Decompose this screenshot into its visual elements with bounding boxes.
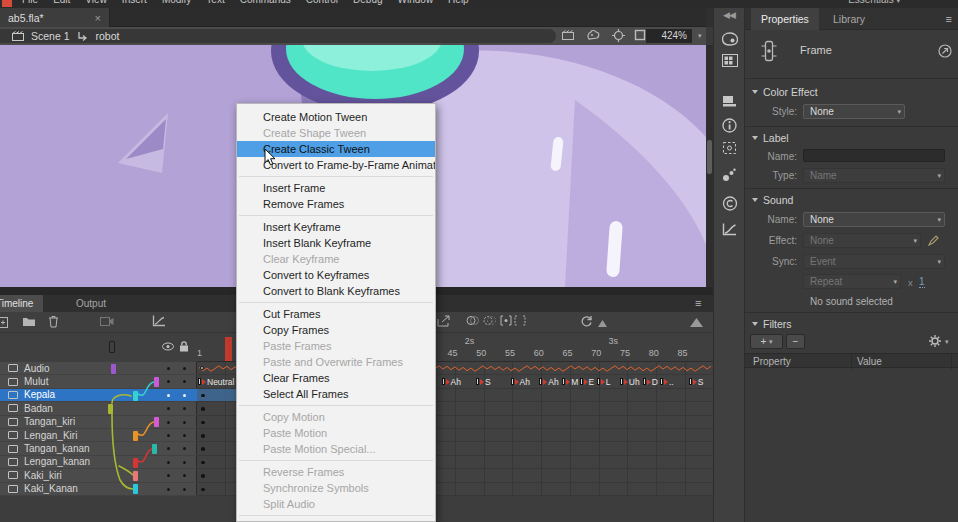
context-menu-item-insert-frame[interactable]: Insert Frame [237, 180, 435, 196]
swatches-panel-icon[interactable] [722, 54, 738, 67]
chevron-down-icon[interactable]: ▾ [698, 32, 702, 40]
layer-parent-swatch[interactable] [154, 377, 159, 387]
section-sound[interactable]: Sound [752, 194, 793, 206]
playhead[interactable] [225, 337, 232, 361]
section-label[interactable]: Label [752, 132, 789, 144]
frame-label-ah[interactable]: Ah [539, 376, 558, 387]
keyframe-dot[interactable] [201, 447, 205, 451]
layer-lock-dot[interactable] [183, 367, 186, 370]
document-tab[interactable]: ab5.fla* × [0, 8, 110, 27]
center-frame-button[interactable] [612, 29, 625, 42]
tab-properties[interactable]: Properties [751, 8, 819, 30]
menu-edit[interactable]: Edit [53, 0, 70, 6]
panel-menu-icon[interactable]: ≡ [946, 13, 952, 25]
layer-lock-dot[interactable] [183, 434, 186, 437]
context-menu-item-paste-motion[interactable]: Paste Motion [237, 425, 435, 441]
context-menu-item-create-motion-tween[interactable]: Create Motion Tween [237, 109, 435, 125]
zoom-in-timeline-icon[interactable] [690, 318, 703, 327]
frame-label--[interactable]: .. [660, 376, 674, 387]
keyframe-dot[interactable] [201, 434, 205, 438]
context-menu-item-create-shape-tween[interactable]: Create Shape Tween [237, 125, 435, 141]
context-menu-item-synchronize-symbols[interactable]: Synchronize Symbols [237, 480, 435, 496]
keyframe-dot[interactable] [201, 488, 205, 492]
onion-skin-outlines-button[interactable] [483, 315, 496, 326]
edit-sound-envelope-icon[interactable] [928, 234, 940, 246]
edit-symbols-button[interactable] [586, 29, 601, 42]
layer-name[interactable]: Badan [24, 403, 53, 414]
style-dropdown[interactable]: None▾ [803, 104, 905, 119]
keyframe-dot[interactable] [201, 421, 205, 425]
context-menu-item-convert-to-blank-keyframes[interactable]: Convert to Blank Keyframes [237, 283, 435, 299]
menu-window[interactable]: Window [398, 0, 434, 6]
layer-row-tangan_kiri[interactable]: Tangan_kiri [0, 416, 197, 429]
layer-visibility-dot[interactable] [167, 394, 170, 397]
keyframe-dot[interactable] [201, 394, 205, 398]
layer-lock-dot[interactable] [183, 474, 186, 477]
tab-timeline[interactable]: Timeline [0, 295, 43, 312]
pin-properties-icon[interactable] [938, 44, 952, 58]
layer-visibility-dot[interactable] [167, 474, 170, 477]
layer-name[interactable]: Kaki_Kanan [24, 483, 78, 494]
frame-label-s[interactable]: S [476, 376, 491, 387]
layer-lock-dot[interactable] [183, 461, 186, 464]
modify-markers-button[interactable] [514, 315, 526, 326]
remove-filter-button[interactable]: − [786, 334, 805, 349]
layer-parent-swatch[interactable] [111, 364, 116, 374]
layer-name[interactable]: Kaki_kiri [24, 470, 62, 481]
menu-file[interactable]: File [22, 0, 38, 6]
section-color-effect[interactable]: Color Effect [752, 86, 818, 98]
frame-label-neutral[interactable]: Neutral [198, 376, 234, 387]
layer-visibility-dot[interactable] [167, 434, 170, 437]
layer-visibility-dot[interactable] [167, 461, 170, 464]
cc-libraries-panel-icon[interactable] [722, 196, 738, 211]
menu-view[interactable]: View [85, 0, 107, 6]
sound-name-dropdown[interactable]: None▾ [803, 212, 945, 227]
context-menu-item-copy-frames[interactable]: Copy Frames [237, 322, 435, 338]
frame-label-l[interactable]: L [597, 376, 611, 387]
scrollbar-thumb[interactable] [707, 140, 712, 174]
frame-actions-icon[interactable] [437, 315, 451, 327]
workspace-switcher[interactable]: Essentials ▾ [848, 0, 900, 7]
keyframe-dot[interactable] [201, 474, 205, 478]
layer-lock-dot[interactable] [183, 394, 186, 397]
layer-row-audio[interactable]: Audio [0, 362, 197, 375]
layer-row-kepala[interactable]: Kepala [0, 389, 197, 402]
eye-icon[interactable] [162, 342, 174, 351]
layer-row-badan[interactable]: Badan [0, 402, 197, 415]
layer-name[interactable]: Tangan_kanan [24, 443, 90, 454]
context-menu-item-paste-frames[interactable]: Paste Frames [237, 338, 435, 354]
layer-visibility-dot[interactable] [167, 421, 170, 424]
filter-options-gear-icon[interactable] [928, 334, 942, 348]
layer-visibility-dot[interactable] [167, 447, 170, 450]
menu-help[interactable]: Help [448, 0, 469, 6]
clip-content-button[interactable] [634, 29, 646, 41]
transform-panel-icon[interactable] [722, 141, 737, 155]
section-filters[interactable]: Filters [752, 318, 792, 330]
chevron-down-icon[interactable]: ▾ [945, 338, 949, 346]
context-menu-item-split-audio[interactable]: Split Audio [237, 496, 435, 512]
context-menu-item-remove-frames[interactable]: Remove Frames [237, 196, 435, 212]
layer-visibility-dot[interactable] [167, 367, 170, 370]
context-menu-item-insert-keyframe[interactable]: Insert Keyframe [237, 219, 435, 235]
onion-skin-button[interactable] [466, 315, 479, 326]
layer-name[interactable]: Kepala [24, 389, 55, 400]
context-menu-item-clear-frames[interactable]: Clear Frames [237, 370, 435, 386]
layer-lock-dot[interactable] [183, 380, 186, 383]
menu-text[interactable]: Text [206, 0, 224, 6]
layer-lock-dot[interactable] [183, 447, 186, 450]
menu-commands[interactable]: Commands [240, 0, 291, 6]
brush-library-panel-icon[interactable] [722, 168, 737, 182]
layer-visibility-dot[interactable] [167, 488, 170, 491]
tab-library[interactable]: Library [823, 8, 875, 30]
context-menu-item-paste-and-overwrite-frames[interactable]: Paste and Overwrite Frames [237, 354, 435, 370]
breadcrumb-symbol[interactable]: robot [96, 30, 120, 42]
empty-keyframe-circle[interactable] [200, 366, 204, 370]
layer-parent-swatch[interactable] [133, 471, 138, 481]
context-menu-item-convert-to-keyframes[interactable]: Convert to Keyframes [237, 267, 435, 283]
context-menu-item-paste-motion-special-[interactable]: Paste Motion Special... [237, 441, 435, 457]
layer-name[interactable]: Tangan_kiri [24, 416, 75, 427]
sound-sync-dropdown[interactable]: Event▾ [803, 254, 945, 269]
frame-label-s[interactable]: S [689, 376, 704, 387]
lock-icon[interactable] [179, 341, 189, 352]
layer-row-mulut[interactable]: Mulut [0, 375, 197, 388]
